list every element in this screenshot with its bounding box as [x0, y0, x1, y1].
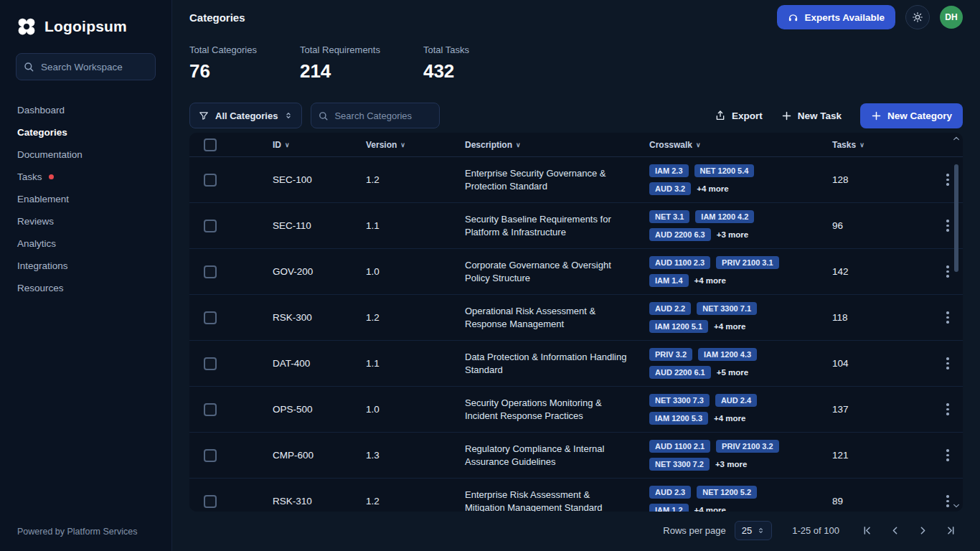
sidebar-item-label: Integrations	[17, 260, 68, 271]
new-task-button[interactable]: New Task	[781, 110, 842, 121]
crosswalk-more-link[interactable]: +4 more	[714, 414, 745, 423]
row-tasks-count: 128	[832, 174, 933, 185]
row-select-cell	[204, 311, 273, 324]
column-header-crosswalk[interactable]: Crosswalk∨	[649, 140, 832, 150]
crosswalk-more-link[interactable]: +4 more	[697, 184, 728, 193]
crosswalk-badge[interactable]: AUD 1100 2.3	[649, 256, 710, 269]
crosswalk-more-link[interactable]: +5 more	[717, 368, 748, 377]
crosswalk-badge[interactable]: AUD 2.4	[715, 394, 757, 407]
crosswalk-more-link[interactable]: +4 more	[694, 276, 726, 285]
scrollbar-thumb[interactable]	[954, 164, 958, 272]
new-category-button[interactable]: New Category	[860, 103, 963, 128]
crosswalk-badge[interactable]: PRIV 3.2	[649, 348, 692, 361]
crosswalk-badge[interactable]: IAM 1200 4.3	[698, 348, 757, 361]
row-version: 1.1	[366, 220, 465, 231]
crosswalk-badge[interactable]: NET 3300 7.3	[649, 394, 710, 407]
column-header-id[interactable]: ID∨	[273, 140, 366, 150]
row-checkbox[interactable]	[204, 174, 217, 187]
sidebar-item-analytics[interactable]: Analytics	[0, 232, 171, 255]
next-page-button[interactable]	[915, 523, 930, 538]
row-crosswalk: NET 3.1IAM 1200 4.2AUD 2200 6.3+3 more	[649, 210, 832, 241]
row-tasks-count: 104	[832, 358, 933, 369]
crosswalk-badge[interactable]: AUD 3.2	[649, 182, 691, 195]
workspace-search-input[interactable]	[16, 53, 156, 80]
rows-per-page-select[interactable]: 25	[735, 521, 772, 540]
plus-icon	[781, 110, 792, 121]
row-checkbox[interactable]	[204, 311, 217, 324]
row-select-cell	[204, 220, 273, 232]
crosswalk-badge[interactable]: AUD 2200 6.1	[649, 366, 711, 379]
crosswalk-badge[interactable]: IAM 1200 4.2	[695, 210, 754, 223]
category-search-input[interactable]	[311, 103, 440, 128]
sidebar-item-categories[interactable]: Categories	[0, 121, 171, 143]
crosswalk-badge[interactable]: IAM 2.3	[649, 164, 689, 177]
crosswalk-more-link[interactable]: +4 more	[694, 506, 726, 512]
export-button[interactable]: Export	[715, 110, 763, 121]
scroll-down-icon[interactable]	[953, 503, 960, 509]
scroll-up-icon[interactable]	[953, 136, 960, 141]
previous-page-button[interactable]	[887, 523, 903, 538]
crosswalk-badge[interactable]: AUD 1100 2.1	[649, 440, 710, 453]
row-description: Security Baseline Requirements for Platf…	[465, 213, 649, 238]
column-header-label: ID	[273, 140, 281, 150]
select-all-checkbox[interactable]	[204, 138, 217, 151]
row-description: Regulatory Compliance & Internal Assuran…	[465, 443, 649, 468]
crosswalk-badge[interactable]: NET 1200 5.2	[697, 486, 757, 499]
sidebar-item-enablement[interactable]: Enablement	[0, 188, 171, 210]
experts-available-button[interactable]: Experts Available	[777, 5, 895, 29]
column-header-description[interactable]: Description∨	[465, 140, 649, 150]
crosswalk-badge[interactable]: NET 3300 7.1	[697, 302, 757, 315]
row-select-cell	[204, 174, 273, 187]
last-page-button[interactable]	[943, 523, 958, 538]
sidebar-item-label: Reviews	[17, 216, 54, 227]
row-tasks-count: 142	[832, 266, 933, 277]
user-avatar[interactable]: DH	[940, 6, 963, 29]
crosswalk-more-link[interactable]: +4 more	[714, 322, 745, 331]
column-header-tasks[interactable]: Tasks∨	[832, 140, 933, 150]
sidebar-item-integrations[interactable]: Integrations	[0, 255, 171, 277]
stat-block: Total Requirements214	[300, 44, 380, 83]
crosswalk-badge[interactable]: PRIV 2100 3.2	[716, 440, 779, 453]
row-checkbox[interactable]	[204, 265, 217, 278]
crosswalk-badge[interactable]: NET 1200 5.4	[694, 164, 755, 177]
row-tasks-count: 96	[832, 220, 933, 231]
row-crosswalk: AUD 2.2NET 3300 7.1IAM 1200 5.1+4 more	[649, 302, 832, 333]
table-scrollbar[interactable]	[952, 136, 961, 509]
crosswalk-badge[interactable]: IAM 1.2	[649, 504, 689, 512]
workspace-search	[16, 53, 156, 80]
sidebar-item-label: Dashboard	[17, 105, 65, 116]
crosswalk-badge[interactable]: NET 3.1	[649, 210, 689, 223]
sidebar-item-resources[interactable]: Resources	[0, 277, 171, 299]
search-icon	[318, 110, 329, 121]
column-header-version[interactable]: Version∨	[366, 140, 465, 150]
row-checkbox[interactable]	[204, 357, 217, 370]
sidebar-item-dashboard[interactable]: Dashboard	[0, 99, 171, 121]
crosswalk-badge[interactable]: PRIV 2100 3.1	[716, 256, 779, 269]
headset-icon	[788, 12, 798, 23]
crosswalk-more-link[interactable]: +3 more	[717, 230, 748, 239]
row-checkbox[interactable]	[204, 449, 217, 462]
crosswalk-badge[interactable]: IAM 1200 5.1	[649, 320, 708, 333]
crosswalk-badge[interactable]: AUD 2.3	[649, 486, 691, 499]
sidebar-item-tasks[interactable]: Tasks	[0, 166, 171, 188]
row-id: RSK-300	[273, 312, 366, 323]
crosswalk-badge[interactable]: IAM 1.4	[649, 274, 689, 287]
crosswalk-badge[interactable]: AUD 2.2	[649, 302, 691, 315]
theme-toggle-button[interactable]	[905, 5, 930, 29]
first-page-button[interactable]	[859, 523, 875, 538]
sidebar-item-documentation[interactable]: Documentation	[0, 143, 171, 166]
row-id: OPS-500	[273, 404, 366, 415]
crosswalk-badge[interactable]: NET 3300 7.2	[649, 458, 710, 471]
row-select-cell	[204, 449, 273, 462]
crosswalk-badge[interactable]: AUD 2200 6.3	[649, 228, 711, 241]
crosswalk-more-link[interactable]: +3 more	[715, 460, 747, 468]
category-filter-dropdown[interactable]: All Categories	[189, 103, 302, 128]
stat-value: 76	[189, 60, 257, 83]
row-checkbox[interactable]	[204, 220, 217, 232]
row-checkbox[interactable]	[204, 495, 217, 508]
row-checkbox[interactable]	[204, 403, 217, 416]
first-page-icon	[861, 524, 873, 537]
export-label: Export	[732, 110, 763, 121]
sidebar-item-reviews[interactable]: Reviews	[0, 210, 171, 232]
crosswalk-badge[interactable]: IAM 1200 5.3	[649, 412, 708, 425]
